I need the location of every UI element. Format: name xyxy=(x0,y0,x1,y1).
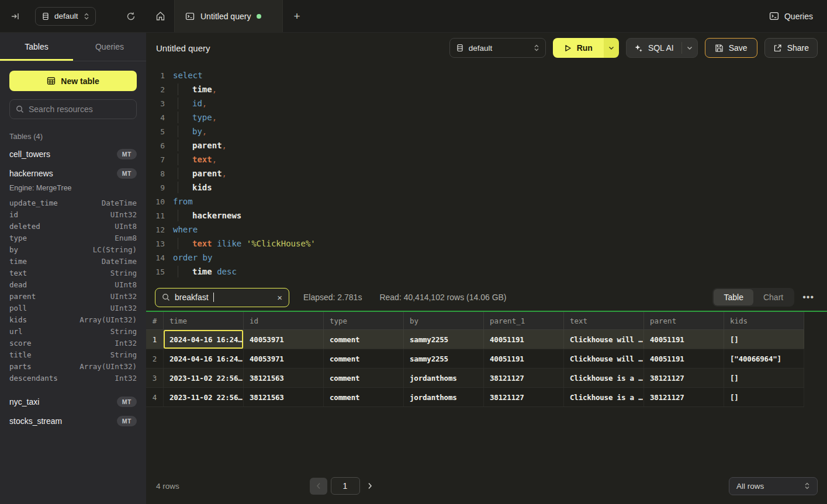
code-line[interactable]: 13text ilike '%ClickHouse%' xyxy=(152,237,827,251)
more-options-button[interactable]: ••• xyxy=(799,292,818,303)
table-cell[interactable]: comment xyxy=(324,369,404,387)
table-cell[interactable]: 38121563 xyxy=(244,369,324,387)
table-cell[interactable]: Clickhouse will … xyxy=(564,330,644,349)
page-size-selector[interactable]: All rows xyxy=(729,477,818,495)
schema-column-row[interactable]: update_timeDateTime xyxy=(0,197,146,208)
new-table-button[interactable]: New table xyxy=(9,71,137,91)
table-cell[interactable]: Clickhouse is a … xyxy=(564,369,644,387)
column-header[interactable]: parent_1 xyxy=(484,312,564,329)
table-cell[interactable]: ["40066964"] xyxy=(724,349,804,368)
code-line[interactable]: 6parent, xyxy=(152,138,827,152)
table-cell[interactable]: 38121563 xyxy=(244,388,324,406)
toggle-chart[interactable]: Chart xyxy=(753,289,793,305)
schema-column-row[interactable]: timeDateTime xyxy=(0,255,146,267)
table-row[interactable]: 12024-04-16 16:24…40053971commentsammy22… xyxy=(146,330,804,349)
table-cell[interactable]: [] xyxy=(724,388,804,406)
column-header[interactable]: text xyxy=(564,312,644,329)
table-cell[interactable]: 2023-11-02 22:56… xyxy=(164,388,244,406)
schema-column-row[interactable]: typeEnum8 xyxy=(0,232,146,244)
database-selector[interactable]: default xyxy=(449,38,546,58)
clear-search-button[interactable]: × xyxy=(277,293,282,303)
database-selector[interactable]: default xyxy=(35,7,96,26)
previous-page-button[interactable] xyxy=(310,478,327,495)
schema-column-row[interactable]: pollUInt32 xyxy=(0,302,146,314)
schema-column-row[interactable]: parentUInt32 xyxy=(0,290,146,302)
schema-column-row[interactable]: titleString xyxy=(0,349,146,360)
table-cell[interactable]: 40051191 xyxy=(644,349,724,368)
sidebar-table-cell-towers[interactable]: cell_towers MT xyxy=(0,144,146,164)
schema-column-row[interactable]: textString xyxy=(0,267,146,279)
table-cell[interactable]: 2024-04-16 16:24… xyxy=(164,349,244,368)
sidebar-table-hackernews[interactable]: hackernews MT xyxy=(0,164,146,183)
code-line[interactable]: 4type, xyxy=(152,110,827,124)
code-line[interactable]: 15time desc xyxy=(152,265,827,279)
table-cell[interactable]: comment xyxy=(324,349,404,368)
code-line[interactable]: 7text, xyxy=(152,152,827,166)
code-line[interactable]: 10from xyxy=(152,194,827,208)
code-line[interactable]: 1select xyxy=(152,68,827,82)
table-cell[interactable]: 40053971 xyxy=(244,330,324,349)
tab-tables[interactable]: Tables xyxy=(0,33,73,61)
share-button[interactable]: Share xyxy=(764,38,818,58)
column-header[interactable]: # xyxy=(146,312,164,329)
save-button[interactable]: Save xyxy=(705,38,757,58)
table-row[interactable]: 22024-04-16 16:24…40053971commentsammy22… xyxy=(146,349,804,369)
schema-column-row[interactable]: byLC(String) xyxy=(0,244,146,255)
schema-column-row[interactable]: deletedUInt8 xyxy=(0,220,146,232)
code-line[interactable]: 5by, xyxy=(152,124,827,138)
column-header[interactable]: parent xyxy=(644,312,724,329)
table-cell[interactable]: [] xyxy=(724,369,804,387)
schema-column-row[interactable]: kidsArray(UInt32) xyxy=(0,314,146,325)
toggle-table[interactable]: Table xyxy=(714,289,753,305)
table-cell[interactable]: 40051191 xyxy=(484,330,564,349)
schema-column-row[interactable]: descendantsInt32 xyxy=(0,372,146,384)
table-cell[interactable]: sammy2255 xyxy=(404,330,484,349)
home-button[interactable] xyxy=(146,0,174,32)
table-row[interactable]: 32023-11-02 22:56…38121563commentjordant… xyxy=(146,369,804,388)
table-cell[interactable]: Clickhouse will … xyxy=(564,349,644,368)
run-button[interactable]: Run xyxy=(553,38,619,58)
search-resources-input[interactable] xyxy=(29,105,130,114)
schema-column-row[interactable]: partsArray(UInt32) xyxy=(0,360,146,372)
code-line[interactable]: 12where xyxy=(152,223,827,237)
sql-ai-button[interactable]: SQL AI xyxy=(626,38,698,58)
table-cell[interactable]: 40051191 xyxy=(484,349,564,368)
table-cell[interactable]: 38121127 xyxy=(484,388,564,406)
sql-ai-options-caret[interactable] xyxy=(682,46,697,50)
schema-column-row[interactable]: deadUInt8 xyxy=(0,279,146,290)
code-line[interactable]: 11hackernews xyxy=(152,208,827,223)
table-cell[interactable]: comment xyxy=(324,330,404,349)
new-tab-button[interactable]: + xyxy=(283,0,311,32)
table-cell[interactable]: 2024-04-16 16:24… xyxy=(164,330,244,349)
refresh-button[interactable] xyxy=(126,12,136,21)
table-cell[interactable]: 2023-11-02 22:56… xyxy=(164,369,244,387)
code-line[interactable]: 2time, xyxy=(152,82,827,96)
queries-button[interactable]: Queries xyxy=(769,0,813,32)
code-line[interactable]: 9kids xyxy=(152,180,827,194)
schema-column-row[interactable]: urlString xyxy=(0,325,146,337)
column-header[interactable]: by xyxy=(404,312,484,329)
tab-queries[interactable]: Queries xyxy=(73,33,146,61)
table-cell[interactable]: 38121127 xyxy=(644,369,724,387)
sidebar-table-nyc-taxi[interactable]: nyc_taxi MT xyxy=(0,392,146,411)
code-line[interactable]: 8parent, xyxy=(152,166,827,180)
code-line[interactable]: 14order by xyxy=(152,251,827,265)
table-cell[interactable]: 38121127 xyxy=(484,369,564,387)
column-header[interactable]: type xyxy=(324,312,404,329)
results-search-input[interactable]: breakfast × xyxy=(155,288,289,307)
table-cell[interactable]: 40053971 xyxy=(244,349,324,368)
column-header[interactable]: kids xyxy=(724,312,804,329)
table-cell[interactable]: jordanthoms xyxy=(404,388,484,406)
sidebar-table-stocks-stream[interactable]: stocks_stream MT xyxy=(0,411,146,430)
next-page-button[interactable] xyxy=(368,482,372,489)
table-cell[interactable]: 38121127 xyxy=(644,388,724,406)
schema-column-row[interactable]: idUInt32 xyxy=(0,208,146,220)
table-cell[interactable]: comment xyxy=(324,388,404,406)
sql-editor[interactable]: 1select2time,3id,4type,5by,6parent,7text… xyxy=(146,63,827,284)
code-line[interactable]: 3id, xyxy=(152,96,827,110)
page-number[interactable]: 1 xyxy=(331,477,360,495)
run-options-caret[interactable] xyxy=(604,38,619,58)
table-cell[interactable]: Clickhouse is a … xyxy=(564,388,644,406)
column-header[interactable]: time xyxy=(164,312,244,329)
table-cell[interactable]: sammy2255 xyxy=(404,349,484,368)
